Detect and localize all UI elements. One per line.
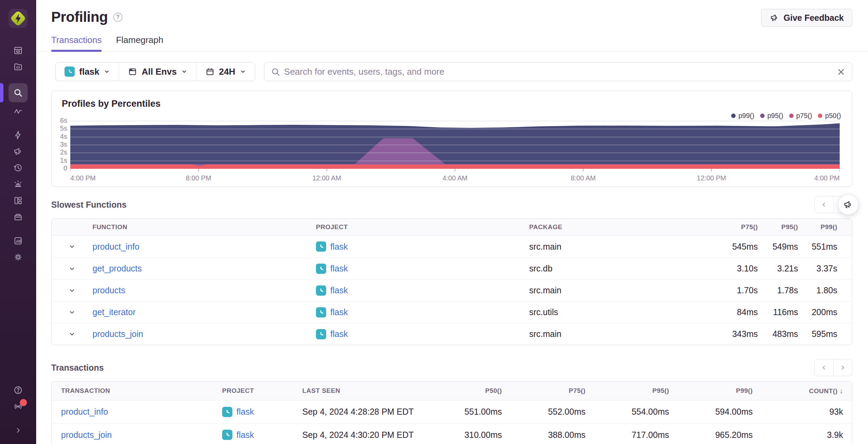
sidebar-item-dashboards[interactable] xyxy=(9,193,28,208)
expand-row-button[interactable] xyxy=(66,262,78,275)
sidebar-item-help[interactable] xyxy=(9,383,28,398)
function-link[interactable]: get_iterator xyxy=(92,307,135,317)
calendar-icon xyxy=(205,67,215,76)
col-p75[interactable]: P75() xyxy=(707,223,758,231)
chevron-right-icon xyxy=(839,364,847,371)
chart-legend: p99()p95()p75()p50() xyxy=(731,112,841,120)
sidebar-item-whats-new[interactable] xyxy=(9,399,28,414)
sidebar-item-settings[interactable] xyxy=(9,250,28,265)
megaphone-icon xyxy=(843,199,853,210)
function-link[interactable]: products_join xyxy=(92,329,143,339)
col-p99[interactable]: P99() xyxy=(798,223,852,231)
sidebar-item-archive[interactable] xyxy=(9,209,28,224)
project-link[interactable]: flask xyxy=(330,264,348,273)
prev-page-button[interactable] xyxy=(814,196,834,213)
x-axis: 4:00 PM 8:00 PM 12:00 AM 4:00 AM 8:00 AM… xyxy=(70,174,840,183)
col-p50[interactable]: P50() xyxy=(452,387,502,395)
project-link[interactable]: flask xyxy=(330,242,348,252)
search-icon xyxy=(13,88,23,98)
function-link[interactable]: get_products xyxy=(92,264,142,273)
col-count-sorted[interactable]: COUNT() ↓ xyxy=(753,387,852,395)
sidebar-item-alerts[interactable] xyxy=(9,177,28,192)
y-axis-label: 4s xyxy=(52,133,67,140)
sidebar-item-quickstart[interactable] xyxy=(9,128,28,143)
function-link[interactable]: products xyxy=(92,285,125,295)
p95-value: 717.00ms xyxy=(585,430,669,440)
p99-value: 3.37s xyxy=(798,264,852,273)
transaction-link[interactable]: product_info xyxy=(61,407,108,416)
next-page-button[interactable] xyxy=(833,359,852,376)
flask-project-icon xyxy=(316,329,326,339)
page-help-icon[interactable]: ? xyxy=(113,13,122,22)
project-link[interactable]: flask xyxy=(330,307,348,317)
col-project: PROJECT xyxy=(316,223,529,231)
sidebar-bottom xyxy=(9,382,28,439)
tab-flamegraph[interactable]: Flamegraph xyxy=(116,35,163,51)
y-axis-label: 3s xyxy=(52,140,67,148)
y-axis-label: 5s xyxy=(52,124,67,132)
percentiles-chart[interactable] xyxy=(70,119,840,174)
x-axis-label: 8:00 AM xyxy=(571,174,596,182)
project-filter-label: flask xyxy=(79,66,99,77)
date-range-filter[interactable]: 24H xyxy=(197,62,255,81)
expand-row-button[interactable] xyxy=(66,284,78,297)
legend-dot xyxy=(789,114,794,118)
sidebar-item-explore-active[interactable] xyxy=(9,83,28,102)
transaction-link[interactable]: products_join xyxy=(61,430,112,440)
count-value: 93k xyxy=(753,407,852,417)
prev-page-button[interactable] xyxy=(814,359,834,376)
expand-row-button[interactable] xyxy=(66,306,78,319)
give-feedback-button[interactable]: Give Feedback xyxy=(761,9,852,27)
org-logo[interactable] xyxy=(9,9,28,28)
project-filter[interactable]: flask xyxy=(56,62,119,81)
sidebar-item-issues[interactable] xyxy=(9,43,28,58)
legend-item[interactable]: p50() xyxy=(818,112,841,120)
p75-value: 84ms xyxy=(707,307,758,317)
legend-dot xyxy=(818,114,822,118)
expand-row-button[interactable] xyxy=(66,240,78,253)
project-link[interactable]: flask xyxy=(236,430,254,440)
tab-transactions[interactable]: Transactions xyxy=(51,35,102,51)
chevron-down-icon xyxy=(69,243,75,250)
last-seen-cell: Sep 4, 2024 4:30:20 PM EDT xyxy=(302,430,452,440)
project-link[interactable]: flask xyxy=(330,285,348,295)
sidebar-item-stats[interactable] xyxy=(9,233,28,248)
package-cell: src.main xyxy=(529,242,707,252)
p75-value: 1.70s xyxy=(707,285,758,295)
feedback-widget-button[interactable] xyxy=(838,194,858,215)
function-link[interactable]: product_info xyxy=(92,242,140,251)
p75-value: 3.10s xyxy=(707,264,758,273)
project-link[interactable]: flask xyxy=(330,329,348,339)
metrics-zigzag-icon xyxy=(13,106,23,116)
expand-row-button[interactable] xyxy=(66,328,78,341)
clear-search-icon[interactable] xyxy=(836,66,847,77)
profiles-by-percentiles-panel: Profiles by Percentiles p99()p95()p75()p… xyxy=(51,91,852,187)
topbar: Profiling ? Give Feedback xyxy=(36,0,868,27)
flask-project-icon xyxy=(64,66,75,77)
sidebar-collapse-button[interactable] xyxy=(9,423,28,438)
col-p95[interactable]: P95() xyxy=(758,223,798,231)
chevron-down-icon xyxy=(181,69,187,75)
legend-item[interactable]: p99() xyxy=(731,112,754,120)
sidebar-item-projects[interactable] xyxy=(9,59,28,74)
gear-icon xyxy=(13,252,23,262)
col-p99[interactable]: P99() xyxy=(669,387,753,395)
legend-item[interactable]: p75() xyxy=(789,112,812,120)
p95-value: 3.21s xyxy=(758,264,798,273)
environment-filter[interactable]: All Envs xyxy=(119,62,197,81)
chevron-left-icon xyxy=(820,201,828,208)
legend-item[interactable]: p95() xyxy=(760,112,783,120)
sidebar-item-feedback[interactable] xyxy=(9,144,28,159)
chart-title: Profiles by Percentiles xyxy=(62,99,161,109)
p75-value: 388.00ms xyxy=(502,430,585,440)
legend-dot xyxy=(760,114,765,118)
sidebar-item-metrics[interactable] xyxy=(9,104,28,119)
project-link[interactable]: flask xyxy=(236,407,254,417)
col-p75[interactable]: P75() xyxy=(502,387,585,395)
col-p95[interactable]: P95() xyxy=(585,387,669,395)
package-cell: src.db xyxy=(529,264,707,273)
x-axis-label: 4:00 PM xyxy=(814,174,840,182)
p99-value: 965.20ms xyxy=(669,430,753,440)
sidebar-item-replays[interactable] xyxy=(9,160,28,175)
search-input[interactable] xyxy=(284,66,830,77)
